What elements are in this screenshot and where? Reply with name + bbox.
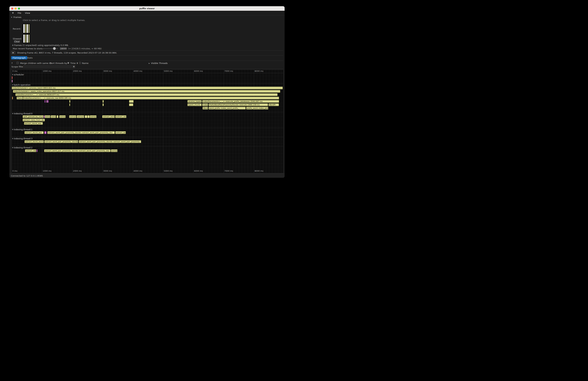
flame-bar[interactable] (129, 100, 134, 103)
frame-thumbnail[interactable] (27, 35, 28, 43)
menu-file[interactable]: File (18, 12, 21, 14)
flame-bar[interactable]: prefix_word::index_prefix_wo (246, 107, 269, 109)
play-button[interactable]: ▶ (11, 51, 15, 54)
minimize-button[interactable] (15, 8, 17, 10)
flame-bar[interactable]: extrac (111, 149, 117, 152)
max-frames-value[interactable]: 18000 (60, 47, 67, 50)
flame-bar[interactable]: IndexDocuments<_, _>::execute 8656.677 m… (15, 93, 277, 96)
thread-header-scheduler[interactable]: ▼scheduler (11, 73, 283, 76)
flame-bar[interactable]: extract::data_from_ob (23, 119, 45, 121)
flame-bar[interactable]: IndexScheduler>::apply_index_operation 8… (13, 90, 280, 93)
separator (11, 61, 283, 61)
frame-thumbnail[interactable] (23, 24, 25, 33)
scope-filter-input[interactable] (23, 65, 72, 68)
flame-bar[interactable]: extract_ (69, 115, 76, 118)
tab-stats[interactable]: Stats (25, 56, 34, 59)
flame-bar[interactable] (46, 100, 47, 103)
flame-bar[interactable]: extract (45, 115, 50, 118)
thread-name: scheduler (14, 73, 24, 76)
flame-bar[interactable]: extract (90, 115, 97, 118)
thread-header-indexing-thread:0[interactable]: ▼indexing-thread:0 (11, 112, 283, 115)
slowest-frames-thumbnails[interactable] (23, 34, 30, 43)
flame-bar[interactable]: receive_typed_ (188, 100, 202, 103)
chevron-down-icon: ▼ (12, 84, 13, 86)
clear-filter-button[interactable]: ✖ (72, 65, 75, 68)
sort-by-time-radio[interactable] (67, 62, 69, 64)
flame-bar[interactable]: extract_wo (115, 115, 126, 118)
flame-bar[interactable] (129, 103, 133, 106)
flame-bar[interactable]: extract_word_pair_proximity_docids (44, 140, 78, 143)
flame-bar[interactable] (48, 100, 48, 103)
flame-bar[interactable]: split_grenad_by_chun (23, 115, 44, 118)
flame-bar[interactable]: extract_docid_wor (24, 131, 44, 134)
chevron-right-icon: ▶ (149, 63, 150, 64)
flame-bar[interactable]: extract_word (102, 115, 115, 118)
flame-bar[interactable] (69, 103, 70, 106)
flame-bar[interactable]: extrac (59, 115, 66, 118)
flame-row: IndexScheduler>::apply_index_operation 8… (11, 90, 283, 93)
flame-bar[interactable]: IndexDocuments<_, _>::execute_prefix_dat… (202, 100, 279, 103)
flame-bar[interactable]: IndexScheduler>::process_batch 8953.821 … (12, 87, 283, 89)
flame-bar[interactable]: IndexDocuments<_, _>::execute_raw 8459.1… (23, 97, 279, 99)
flame-row: receive_typed_IndexDocuments<_, _>::exec… (11, 100, 283, 103)
frame-thumbnail[interactable] (23, 35, 25, 43)
flame-bar[interactable]: extract_word_pair_proximity_docids::extr… (44, 149, 110, 152)
frame-thumbnail[interactable] (27, 24, 28, 33)
maximize-button[interactable] (18, 8, 20, 10)
help-button[interactable]: ? (11, 62, 13, 64)
flame-bar[interactable] (45, 100, 45, 103)
merge-children-checkbox[interactable] (17, 62, 19, 64)
flame-bar[interactable]: PrefixWordPairsProximityDocids::execute … (209, 103, 268, 106)
flame-bar[interactable] (87, 115, 90, 118)
frame-thumbnail[interactable] (25, 24, 26, 33)
frame-thumbnail[interactable] (25, 35, 26, 43)
frame-thumbnail[interactable] (28, 35, 30, 43)
thread-header-indexing-thread:2[interactable]: ▼indexing-thread:2 (11, 146, 283, 149)
flame-bar[interactable]: typed_chunk::w (188, 103, 202, 106)
clear-button[interactable]: Clear (14, 40, 20, 43)
flame-bar[interactable]: word_prefix::index_word_prefix_ (209, 107, 246, 109)
flame-bar[interactable]: Trans (17, 97, 23, 99)
frames-hint-text: Click to select a frame, or drag to sele… (23, 19, 85, 21)
flame-bar[interactable] (37, 149, 37, 152)
sort-by-name-radio[interactable] (79, 62, 81, 64)
flame-bar[interactable]: extract_docid_word (24, 140, 44, 143)
tab-flamegraph[interactable]: Flamegraph (11, 56, 27, 59)
flame-bar[interactable] (57, 115, 58, 118)
flame-bar[interactable]: WordPr (269, 103, 279, 106)
visible-threads-header[interactable]: ▶ Visible Threads (149, 62, 168, 64)
flame-bar[interactable]: extract_docid_wor (24, 122, 43, 125)
flame-bar[interactable]: extract_word_pair_proximity_docids::extr… (79, 140, 141, 143)
flame-bar[interactable] (12, 80, 13, 83)
sort-by-time-label[interactable]: Time ⬇ (70, 62, 78, 64)
flame-bar[interactable]: extra (51, 115, 56, 118)
ruler-label: 5000 ms (164, 70, 172, 72)
flame-bar[interactable]: extract_ (77, 115, 84, 118)
flame-bar[interactable] (103, 100, 104, 103)
flame-bar[interactable]: extract_word_pair_proximity_docids::extr… (47, 131, 115, 134)
sort-by-name-label[interactable]: Name (82, 62, 88, 64)
flame-bar[interactable] (12, 97, 13, 99)
flame-bar[interactable]: extract_doc (25, 149, 36, 152)
flame-bar[interactable]: Word (203, 107, 208, 109)
frame-thumbnail[interactable] (28, 24, 30, 33)
flame-bar[interactable]: extract_wo (115, 131, 126, 134)
merge-children-label: Merge children with same ID (20, 62, 51, 64)
max-frames-slider-knob[interactable] (53, 47, 56, 50)
flame-bar[interactable] (69, 100, 70, 103)
close-button[interactable] (11, 8, 13, 10)
flame-bar[interactable] (103, 103, 104, 106)
flame-bar[interactable] (12, 76, 13, 79)
thread-header-indexing-thread:1[interactable]: ▼indexing-thread:1 (11, 128, 283, 131)
titlebar[interactable]: puffin viewer (9, 6, 285, 11)
recent-frames-thumbnails[interactable] (23, 24, 30, 33)
flame-bar[interactable]: index (202, 103, 208, 106)
thread-header-indexing-thread:3[interactable]: ▼indexing-thread:3 (11, 137, 283, 140)
flame-bar[interactable] (85, 115, 87, 118)
frames-section-header[interactable]: ▼ Frames (11, 16, 21, 19)
flamegraph-canvas[interactable]: 0 ms1000 ms2000 ms3000 ms4000 ms5000 ms6… (11, 69, 283, 173)
ruler-label: 4000 ms (134, 170, 142, 172)
menu-view[interactable]: View (25, 12, 30, 14)
thread-header-batch-operation[interactable]: ▼batch-operation (11, 84, 283, 86)
flame-bar[interactable] (46, 131, 46, 134)
